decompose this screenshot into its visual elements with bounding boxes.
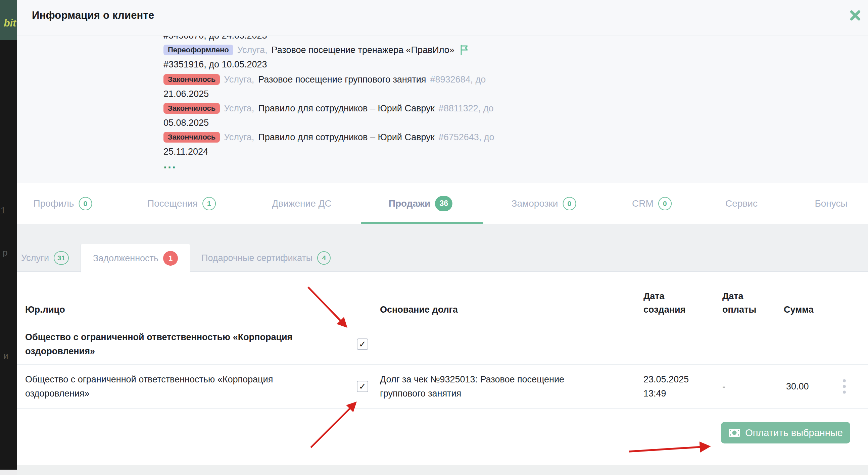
item-id-date: 25.11.2024	[163, 146, 208, 157]
main-tabbar: Профиль 0 Посещения 1 Движение ДС Продаж…	[17, 183, 868, 225]
status-badge-ended: Закончилось	[163, 74, 220, 85]
item-name: Разовое посещение тренажера «ПравИло»	[272, 45, 455, 55]
item-name: Разовое посещение группового занятия	[258, 74, 426, 85]
col-header-paid: Дата оплаты	[722, 290, 759, 316]
tab-count-badge: 0	[658, 197, 672, 210]
checkbox-checked[interactable]: ✓	[357, 338, 368, 350]
client-info-modal-screen: bit 1 p и Информация о клиенте #3450870,…	[0, 0, 868, 475]
item-id-date: 21.06.2025	[163, 89, 209, 99]
background-text-fragment: и	[3, 351, 8, 361]
banknote-icon	[728, 428, 740, 437]
status-badge-reissued: Переоформлено	[163, 45, 233, 55]
sales-subtabs: Услуги 31 Задолженность 1 Подарочные сер…	[17, 224, 868, 272]
org-name: Общество с ограниченной ответственностью…	[25, 330, 327, 358]
tab-count-badge: 1	[203, 197, 216, 210]
subtab-count-badge: 31	[54, 251, 69, 265]
modal-title: Информация о клиенте	[32, 9, 154, 22]
tab-visits[interactable]: Посещения 1	[147, 197, 216, 210]
history-item: Закончилось Услуга, Правило для сотрудни…	[163, 132, 494, 142]
col-header-amount: Сумма	[784, 303, 814, 316]
tab-crm[interactable]: CRM 0	[632, 197, 672, 210]
item-type: Услуга,	[224, 132, 254, 142]
item-type: Услуга,	[224, 103, 254, 114]
col-header-org: Юр.лицо	[25, 303, 65, 316]
item-id: #8811322, до	[439, 103, 494, 114]
tab-count-badge: 36	[435, 196, 453, 211]
client-info-modal: Информация о клиенте #3450870, до 24.05.…	[17, 0, 868, 465]
subtab-services[interactable]: Услуги 31	[21, 244, 69, 272]
table-header-row: Юр.лицо Основание долга Дата создания Да…	[17, 272, 868, 324]
created-datetime: 23.05.2025 13:49	[644, 372, 697, 401]
item-id-date: 05.08.2025	[163, 118, 209, 128]
sales-history-list: #3450870, до 24.05.2023 Переоформлено Ус…	[17, 36, 868, 183]
col-header-reason: Основание долга	[380, 303, 458, 316]
subtab-debt[interactable]: Задолженность 1	[81, 244, 190, 272]
history-item-clipped: #3450870, до 24.05.2023	[163, 36, 267, 41]
tab-bonuses[interactable]: Бонусы	[815, 198, 847, 209]
table-row-group: Общество с ограниченной ответственностью…	[17, 324, 868, 365]
history-item: Закончилось Услуга, Правило для сотрудни…	[163, 103, 494, 114]
app-logo-fragment: bit	[4, 18, 16, 29]
paid-date: -	[722, 379, 725, 394]
status-badge-ended: Закончилось	[163, 132, 220, 142]
tab-freezes[interactable]: Заморозки 0	[512, 197, 576, 210]
history-item: Закончилось Услуга, Разовое посещение гр…	[163, 74, 486, 85]
background-text-fragment: 1	[1, 205, 5, 216]
table-row: Общество с ограниченной ответственностью…	[17, 365, 868, 409]
debt-table: Юр.лицо Основание долга Дата создания Да…	[17, 272, 868, 465]
background-text-fragment: p	[3, 247, 7, 258]
created-time: 13:49	[644, 386, 697, 401]
subtab-count-badge-red: 1	[163, 251, 178, 266]
modal-header: Информация о клиенте	[17, 0, 868, 36]
flag-icon	[460, 45, 469, 55]
col-header-created: Дата создания	[644, 290, 690, 316]
tab-profile[interactable]: Профиль 0	[34, 197, 92, 210]
org-name: Общество с ограниченной ответственностью…	[25, 372, 327, 401]
expand-list-ellipsis[interactable]: ...	[163, 157, 177, 171]
tab-money-flow[interactable]: Движение ДС	[272, 198, 331, 209]
subtab-gift-certificates[interactable]: Подарочные сертификаты 4	[202, 244, 331, 272]
item-id: #8932684, до	[430, 74, 486, 85]
debt-reason: Долг за чек №9325013: Разовое посещение …	[380, 372, 601, 401]
created-date: 23.05.2025	[644, 372, 697, 386]
pay-selected-button[interactable]: Оплатить выбранные	[721, 422, 850, 443]
item-name: Правило для сотрудников – Юрий Саврук	[258, 132, 434, 142]
tab-count-badge: 0	[563, 197, 576, 210]
app-logo: bit	[0, 0, 17, 40]
tab-service[interactable]: Сервис	[725, 198, 757, 209]
amount: 30.00	[786, 379, 809, 394]
subtab-count-badge: 4	[317, 251, 331, 265]
row-checkbox[interactable]: ✓	[357, 338, 368, 350]
item-id-date: #3351916, до 10.05.2023	[163, 59, 267, 70]
background-page-strip: bit 1 p и	[0, 0, 17, 470]
item-type: Услуга,	[224, 74, 254, 85]
status-badge-ended: Закончилось	[163, 103, 220, 114]
history-item: Переоформлено Услуга, Разовое посещение …	[163, 45, 469, 55]
row-checkbox[interactable]: ✓	[357, 381, 368, 392]
close-icon[interactable]	[848, 8, 863, 23]
page-bottom-strip	[17, 465, 868, 475]
tab-sales[interactable]: Продажи 36	[389, 196, 453, 211]
checkbox-checked[interactable]: ✓	[357, 381, 368, 392]
pay-selected-label: Оплатить выбранные	[745, 428, 843, 438]
item-name: Правило для сотрудников – Юрий Саврук	[258, 103, 434, 114]
item-id: #6752643, до	[439, 132, 494, 142]
item-type: Услуга,	[237, 45, 268, 55]
kebab-menu-icon[interactable]	[837, 379, 851, 394]
tab-count-badge: 0	[79, 197, 92, 210]
